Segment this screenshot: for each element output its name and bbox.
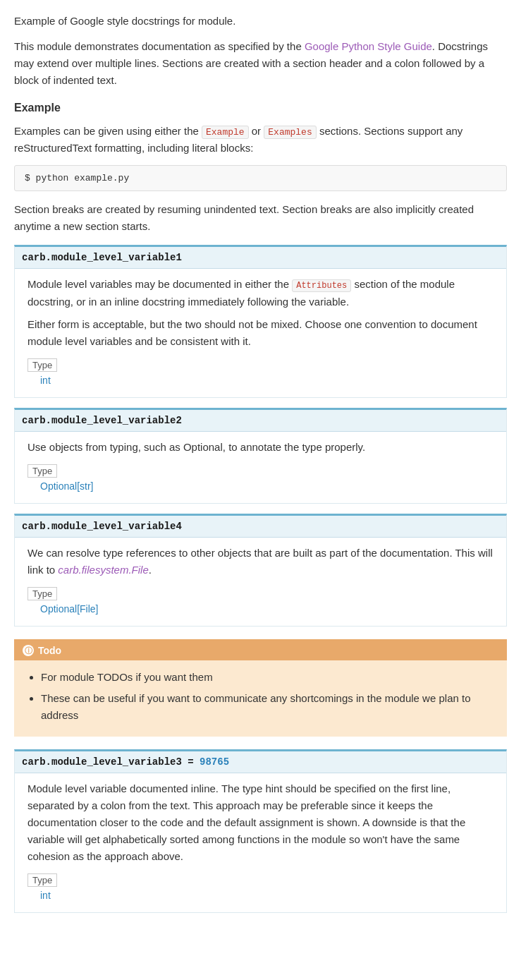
- type-value-3: int: [27, 890, 494, 901]
- todo-block: ⓘ Todo For module TODOs if you want them…: [14, 639, 507, 737]
- variable-header-3: carb.module_level_variable3 = 98765: [15, 751, 506, 773]
- example-paragraph: Examples can be given using either the E…: [14, 123, 507, 157]
- variable-block-4: carb.module_level_variable4 We can resol…: [14, 514, 507, 627]
- variable-name-1: carb.module_level_variable1: [22, 252, 182, 263]
- todo-list: For module TODOs if you want them These …: [27, 669, 494, 724]
- type-section-4: Type Optional[File]: [27, 584, 494, 615]
- variable-name-2: carb.module_level_variable2: [22, 415, 182, 426]
- type-label-3: Type: [27, 873, 57, 887]
- file-link[interactable]: File: [80, 603, 96, 615]
- variable-desc1-4: We can resolve type references to other …: [27, 545, 494, 579]
- todo-title: Todo: [38, 645, 61, 656]
- example-mid: or: [249, 125, 264, 137]
- variable-desc1-1: Module level variables may be documented…: [27, 276, 494, 310]
- todo-icon: ⓘ: [23, 645, 34, 656]
- google-style-guide-link[interactable]: Google Python Style Guide: [305, 40, 432, 52]
- variable-desc1-2: Use objects from typing, such as Optiona…: [27, 439, 494, 456]
- example-code1: Example: [202, 126, 249, 139]
- variable-header-1: carb.module_level_variable1: [15, 247, 506, 269]
- variable-block-1: carb.module_level_variable1 Module level…: [14, 245, 507, 397]
- section-break-text: Section breaks are created by resuming u…: [14, 201, 507, 235]
- todo-header: ⓘ Todo: [14, 641, 507, 660]
- variable-value-3: 98765: [200, 756, 229, 768]
- type-section-2: Type Optional[str]: [27, 461, 494, 492]
- paragraph1: This module demonstrates documentation a…: [14, 38, 507, 89]
- variable-header-2: carb.module_level_variable2: [15, 410, 506, 432]
- variable-equals: =: [182, 756, 200, 768]
- todo-body: For module TODOs if you want them These …: [14, 660, 507, 737]
- type-label-2: Type: [27, 464, 57, 478]
- variable-block-3: carb.module_level_variable3 = 98765 Modu…: [14, 749, 507, 913]
- variable-name-4: carb.module_level_variable4: [22, 521, 182, 532]
- desc1-before-1: Module level variables may be documented…: [27, 278, 292, 290]
- type-label-1: Type: [27, 358, 57, 372]
- variable-header-4: carb.module_level_variable4: [15, 516, 506, 538]
- attributes-code-1: Attributes: [292, 279, 351, 292]
- code-block: $ python example.py: [14, 165, 507, 191]
- type-value-1: int: [27, 375, 494, 386]
- type-value-link-2[interactable]: Optional[str]: [40, 480, 94, 492]
- str-link[interactable]: str: [80, 480, 91, 492]
- example-heading: Example: [14, 99, 507, 117]
- type-value-4: Optional[File]: [27, 603, 494, 615]
- todo-item-2: These can be useful if you want to commu…: [41, 690, 494, 724]
- example-before: Examples can be given using either the: [14, 125, 202, 137]
- variable-name-3: carb.module_level_variable3: [22, 756, 182, 768]
- intro-text: Example of Google style docstrings for m…: [14, 13, 507, 30]
- variable-desc-3: Module level variable documented inline.…: [27, 780, 494, 865]
- variable-body-1: Module level variables may be documented…: [15, 269, 506, 397]
- example-code2: Examples: [264, 126, 316, 139]
- variable-body-4: We can resolve type references to other …: [15, 538, 506, 626]
- type-label-4: Type: [27, 587, 57, 600]
- para1-before: This module demonstrates documentation a…: [14, 40, 305, 52]
- desc1-after-4: .: [149, 564, 152, 576]
- variable-desc2-1: Either form is acceptable, but the two s…: [27, 316, 494, 350]
- variable-body-3: Module level variable documented inline.…: [15, 773, 506, 912]
- variable-block-2: carb.module_level_variable2 Use objects …: [14, 408, 507, 504]
- todo-item-1: For module TODOs if you want them: [41, 669, 494, 686]
- variable-body-2: Use objects from typing, such as Optiona…: [15, 432, 506, 503]
- code-block-text: $ python example.py: [25, 173, 129, 183]
- type-section-3: Type int: [27, 871, 494, 901]
- type-section-1: Type int: [27, 356, 494, 386]
- filesystem-file-link[interactable]: carb.filesystem.File: [58, 564, 148, 576]
- type-value-2: Optional[str]: [27, 480, 494, 492]
